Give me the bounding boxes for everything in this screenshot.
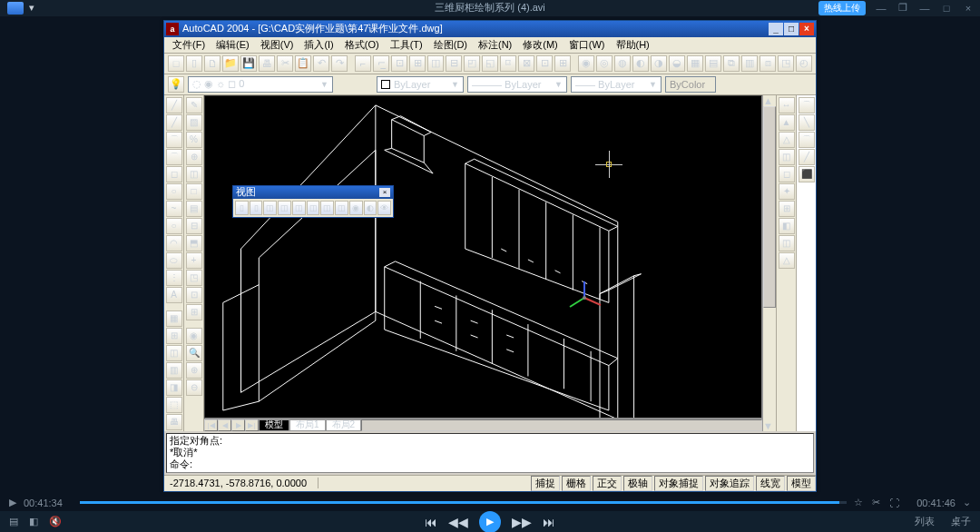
draw-tool-button[interactable]: ▥: [166, 362, 182, 379]
model-viewport[interactable]: 视图 × ▯▯◫◫◫◫◫◫◉◐👁: [204, 95, 762, 419]
draw-tool-button[interactable]: A: [166, 287, 182, 303]
player-logo-icon[interactable]: [7, 2, 24, 15]
view-tool-button[interactable]: 👁: [377, 201, 391, 215]
right-tool-button[interactable]: ⌒: [799, 132, 815, 148]
playlist-button[interactable]: 列表: [915, 515, 935, 528]
modify-tool-button[interactable]: ▨: [186, 114, 202, 131]
right-tool-button[interactable]: ╲: [799, 114, 815, 131]
color-combo[interactable]: ByLayer▼: [377, 76, 464, 93]
draw-tool-button[interactable]: ◨: [166, 379, 182, 396]
toolbar-button[interactable]: 💾: [240, 55, 257, 72]
menu-item[interactable]: 绘图(D): [429, 38, 472, 52]
toolbar-button[interactable]: ↶: [313, 55, 329, 72]
toolbar-button[interactable]: ◍: [614, 55, 631, 72]
forward-button[interactable]: ▶▶: [512, 515, 532, 529]
toolbar-button[interactable]: ◰: [464, 55, 480, 72]
modify-tool-button[interactable]: ⬒: [186, 235, 202, 251]
sidebar-icon[interactable]: ◧: [29, 516, 38, 527]
menu-item[interactable]: 格式(O): [340, 38, 384, 52]
toolbar-button[interactable]: ⊡: [391, 55, 407, 72]
menu-item[interactable]: 文件(F): [168, 38, 210, 52]
menu-item[interactable]: 窗口(W): [564, 38, 610, 52]
toolbar-button[interactable]: ▥: [741, 55, 758, 72]
draw-tool-button[interactable]: ⊞: [166, 328, 182, 344]
toolbar-button[interactable]: ⌑: [500, 55, 516, 72]
toolbar-button[interactable]: ▯: [186, 55, 202, 72]
vscroll-bar[interactable]: ▲ ▼: [762, 95, 776, 431]
right-tool-button[interactable]: ◻: [779, 166, 795, 182]
menu-item[interactable]: 修改(M): [518, 38, 563, 52]
toolbar-button[interactable]: ↷: [331, 55, 348, 72]
close-button[interactable]: ×: [799, 23, 814, 35]
toolbar-button[interactable]: ⊟: [446, 55, 462, 72]
draw-tool-button[interactable]: ▦: [166, 310, 182, 327]
scroll-down-icon[interactable]: ▼: [763, 420, 776, 431]
upload-badge[interactable]: 热线上传: [818, 1, 866, 15]
right-tool-button[interactable]: ⬛: [799, 166, 815, 182]
right-tool-button[interactable]: ◫: [779, 149, 795, 165]
scroll-up-icon[interactable]: ▲: [763, 95, 776, 106]
player-close-icon[interactable]: ×: [962, 3, 975, 14]
modify-tool-button[interactable]: ⊟: [186, 218, 202, 234]
menu-item[interactable]: 标注(N): [474, 38, 516, 52]
right-tool-button[interactable]: △: [779, 132, 795, 148]
favorite-icon[interactable]: ☆: [854, 497, 863, 508]
mute-icon[interactable]: 🔇: [49, 516, 62, 527]
toolbar-button[interactable]: ⊠: [518, 55, 534, 72]
view-tool-button[interactable]: ◫: [292, 201, 306, 215]
status-toggle[interactable]: 对象捕捉: [654, 476, 703, 491]
toolbar-button[interactable]: ▦: [687, 55, 703, 72]
view-tool-button[interactable]: ▯: [235, 201, 249, 215]
toolbar-button[interactable]: ◎: [596, 55, 612, 72]
tab-nav-button[interactable]: ◀: [218, 419, 231, 431]
draw-tool-button[interactable]: ⋮: [166, 270, 182, 286]
toolbar-button[interactable]: ◐: [632, 55, 649, 72]
modify-tool-button[interactable]: ✎: [186, 97, 202, 113]
modify-tool-button[interactable]: ⊕: [186, 362, 202, 379]
draw-tool-button[interactable]: ○: [166, 218, 182, 234]
hscroll-track[interactable]: [361, 419, 762, 431]
draw-tool-button[interactable]: 🖶: [166, 414, 182, 430]
open-file-icon[interactable]: ▤: [9, 516, 18, 527]
status-toggle[interactable]: 捕捉: [531, 476, 560, 491]
modify-tool-button[interactable]: ⊕: [186, 149, 202, 165]
toolbar-button[interactable]: ⌐: [355, 55, 371, 72]
fullscreen-icon[interactable]: ⛶: [889, 498, 899, 508]
modify-tool-button[interactable]: 🔍: [186, 345, 202, 361]
draw-tool-button[interactable]: ╱: [166, 114, 182, 131]
toolbar-button[interactable]: 📁: [222, 55, 239, 72]
toolbar-button[interactable]: ◫: [427, 55, 444, 72]
prev-file-button[interactable]: ⏮: [425, 515, 437, 529]
layout-tab[interactable]: 模型: [259, 419, 289, 431]
menu-item[interactable]: 工具(T): [386, 38, 427, 52]
toolbar-button[interactable]: ◱: [482, 55, 498, 72]
player-sys-icon[interactable]: —: [875, 3, 887, 14]
toolbar-button[interactable]: ⌐̲: [373, 55, 389, 72]
snip-icon[interactable]: ✂: [872, 497, 880, 508]
view-tool-button[interactable]: ▯: [250, 201, 263, 215]
toolbar-button[interactable]: ⊡: [536, 55, 553, 72]
toolbar-button[interactable]: ⧈: [760, 55, 776, 72]
player-dropdown-icon[interactable]: ▾: [29, 2, 34, 14]
player-sys-icon[interactable]: ❐: [897, 2, 909, 14]
modify-tool-button[interactable]: ◫: [186, 166, 202, 182]
status-toggle[interactable]: 极轴: [623, 476, 652, 491]
chevron-down-icon[interactable]: ⌄: [963, 497, 971, 508]
toolbar-button[interactable]: 🗋: [204, 55, 220, 72]
modify-tool-button[interactable]: ⊖: [186, 379, 202, 396]
rewind-button[interactable]: ◀◀: [448, 515, 468, 529]
close-icon[interactable]: ×: [379, 188, 390, 197]
menu-item[interactable]: 帮助(H): [612, 38, 654, 52]
status-toggle[interactable]: 栅格: [562, 476, 591, 491]
menu-item[interactable]: 视图(V): [256, 38, 299, 52]
toolbar-button[interactable]: 📋: [295, 55, 311, 72]
toolbar-button[interactable]: ◑: [651, 55, 667, 72]
layer-combo[interactable]: ◌ ◉ ☼ ◻ 0▼: [188, 76, 333, 93]
draw-tool-button[interactable]: ◠: [166, 235, 182, 251]
player-min-icon[interactable]: —: [918, 3, 931, 14]
modify-tool-button[interactable]: ⊞: [186, 304, 202, 320]
draw-tool-button[interactable]: ⌒: [166, 149, 182, 165]
player-max-icon[interactable]: □: [940, 3, 953, 14]
right-tool-button[interactable]: ▲: [779, 114, 795, 131]
next-file-button[interactable]: ⏭: [543, 515, 555, 529]
